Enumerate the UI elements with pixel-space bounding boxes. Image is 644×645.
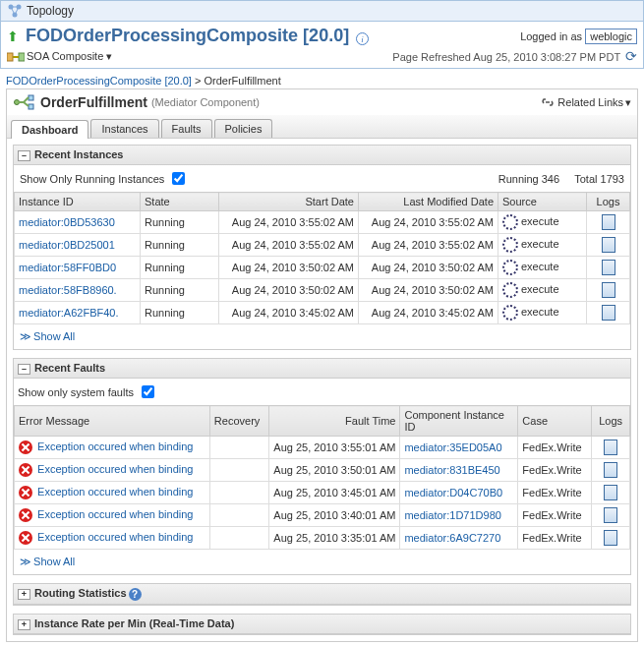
col-case[interactable]: Case [518, 406, 592, 437]
tabstrip: Dashboard Instances Faults Policies [6, 115, 638, 139]
instances-show-all[interactable]: ≫ Show All [14, 324, 630, 349]
state-cell: Running [141, 279, 219, 302]
up-arrow-icon[interactable]: ⬆ [7, 29, 19, 44]
start-cell: Aug 24, 2010 3:50:02 AM [219, 257, 359, 279]
source-cell[interactable]: execute [498, 234, 587, 257]
recent-faults-header[interactable]: –Recent Faults [14, 359, 630, 379]
col-mod[interactable]: Last Modified Date [359, 193, 498, 211]
start-cell: Aug 24, 2010 3:45:02 AM [219, 302, 359, 324]
state-cell: Running [141, 211, 219, 234]
topology-bar[interactable]: Topology [0, 0, 644, 22]
log-icon[interactable] [604, 462, 617, 478]
source-cell[interactable]: execute [498, 302, 587, 324]
log-icon[interactable] [604, 530, 617, 546]
collapse-icon[interactable]: – [18, 150, 30, 161]
fault-time-cell: Aug 25, 2010 3:35:01 AM [269, 527, 400, 550]
tab-policies[interactable]: Policies [214, 119, 273, 138]
routing-statistics-header[interactable]: +Routing Statistics? [14, 584, 630, 605]
running-filter-checkbox[interactable] [172, 172, 185, 185]
log-icon[interactable] [602, 282, 615, 298]
start-cell: Aug 24, 2010 3:55:02 AM [219, 211, 359, 234]
source-cell[interactable]: execute [498, 257, 587, 279]
error-link[interactable]: Exception occured when binding [37, 508, 193, 520]
tab-instances[interactable]: Instances [90, 119, 158, 138]
system-faults-checkbox[interactable] [142, 385, 154, 398]
related-links-label: Related Links [557, 96, 623, 108]
recent-instances-header[interactable]: –Recent Instances [14, 146, 630, 165]
component-id-link[interactable]: mediator:1D71D980 [404, 509, 500, 521]
info-icon[interactable]: i [356, 32, 369, 45]
tab-faults[interactable]: Faults [161, 119, 212, 138]
faults-show-all[interactable]: ≫ Show All [14, 550, 630, 574]
col-start[interactable]: Start Date [219, 193, 359, 211]
error-link[interactable]: Exception occured when binding [37, 440, 193, 452]
component-id-link[interactable]: mediator:D04C70B0 [404, 487, 502, 498]
instance-id-link[interactable]: mediator:58FF0BD0 [19, 262, 116, 273]
component-id-link[interactable]: mediator:6A9C7270 [404, 532, 500, 544]
recent-instances-section: –Recent Instances Show Only Running Inst… [13, 145, 631, 350]
col-error[interactable]: Error Message [15, 406, 210, 437]
source-cell[interactable]: execute [498, 211, 587, 234]
error-link[interactable]: Exception occured when binding [37, 531, 193, 543]
error-link[interactable]: Exception occured when binding [37, 463, 193, 475]
collapse-icon[interactable]: – [18, 364, 30, 375]
component-id-link[interactable]: mediator:35ED05A0 [404, 441, 501, 453]
breadcrumb: FODOrderProcessingComposite [20.0] > Ord… [0, 69, 644, 88]
breadcrumb-root[interactable]: FODOrderProcessingComposite [20.0] [6, 75, 192, 87]
instance-id-link[interactable]: mediator:A62FBF40. [19, 307, 119, 319]
help-icon[interactable]: ? [129, 588, 142, 601]
refresh-text: Page Refreshed Aug 25, 2010 3:08:27 PM P… [392, 51, 620, 63]
expand-icon[interactable]: + [18, 619, 30, 630]
log-icon[interactable] [602, 305, 615, 321]
mod-cell: Aug 24, 2010 3:55:02 AM [359, 234, 498, 257]
instance-rate-header[interactable]: +Instance Rate per Min (Real-Time Data) [14, 615, 630, 634]
log-icon[interactable] [604, 507, 617, 523]
dashboard-content: –Recent Instances Show Only Running Inst… [6, 139, 638, 642]
svg-line-16 [24, 102, 29, 106]
case-cell: FedEx.Write [518, 437, 592, 459]
col-fault-time[interactable]: Fault Time [269, 406, 400, 437]
col-comp-id[interactable]: Component Instance ID [400, 406, 518, 437]
expand-icon[interactable]: + [18, 589, 30, 600]
running-label: Running [498, 173, 539, 185]
col-recovery[interactable]: Recovery [209, 406, 268, 437]
log-icon[interactable] [602, 237, 615, 253]
total-count: 1793 [601, 173, 624, 185]
case-cell: FedEx.Write [518, 459, 592, 482]
instance-id-link[interactable]: mediator:0BD25001 [19, 239, 115, 251]
refresh-icon[interactable]: ⟳ [625, 48, 637, 64]
log-icon[interactable] [602, 260, 615, 275]
gear-icon [502, 282, 518, 298]
gear-icon [502, 260, 518, 275]
table-row: Exception occured when bindingAug 25, 20… [15, 482, 630, 504]
rate-title: Instance Rate per Min (Real-Time Data) [34, 617, 234, 629]
page-header: ⬆ FODOrderProcessingComposite [20.0] i L… [0, 22, 644, 69]
recent-instances-filterrow: Show Only Running Instances Running 346 … [14, 165, 630, 192]
source-cell[interactable]: execute [498, 279, 587, 302]
log-icon[interactable] [602, 214, 615, 230]
col-instance-id[interactable]: Instance ID [15, 193, 141, 211]
col-logs[interactable]: Logs [587, 193, 630, 211]
col-state[interactable]: State [141, 193, 219, 211]
recovery-cell [209, 527, 268, 550]
recent-faults-title: Recent Faults [34, 362, 105, 374]
component-id-link[interactable]: mediator:831BE450 [404, 464, 499, 476]
related-links-menu[interactable]: Related Links ▾ [541, 95, 631, 109]
start-cell: Aug 24, 2010 3:50:02 AM [219, 279, 359, 302]
state-cell: Running [141, 234, 219, 257]
col-source[interactable]: Source [498, 193, 587, 211]
col-logs-f[interactable]: Logs [592, 406, 630, 437]
composite-title-wrap: ⬆ FODOrderProcessingComposite [20.0] i [7, 26, 369, 46]
log-icon[interactable] [604, 440, 617, 455]
instance-id-link[interactable]: mediator:58FB8960. [19, 284, 117, 296]
error-link[interactable]: Exception occured when binding [37, 486, 193, 498]
tab-dashboard[interactable]: Dashboard [11, 120, 88, 139]
instance-id-link[interactable]: mediator:0BD53630 [19, 216, 115, 228]
log-icon[interactable] [604, 485, 617, 500]
recent-faults-table: Error Message Recovery Fault Time Compon… [14, 405, 630, 550]
svg-line-15 [24, 97, 29, 102]
page-refresh-status: Page Refreshed Aug 25, 2010 3:08:27 PM P… [392, 48, 637, 64]
running-filter-label: Show Only Running Instances [20, 173, 164, 185]
svg-rect-13 [29, 104, 33, 109]
soa-composite-menu[interactable]: SOA Composite ▾ [7, 50, 112, 63]
